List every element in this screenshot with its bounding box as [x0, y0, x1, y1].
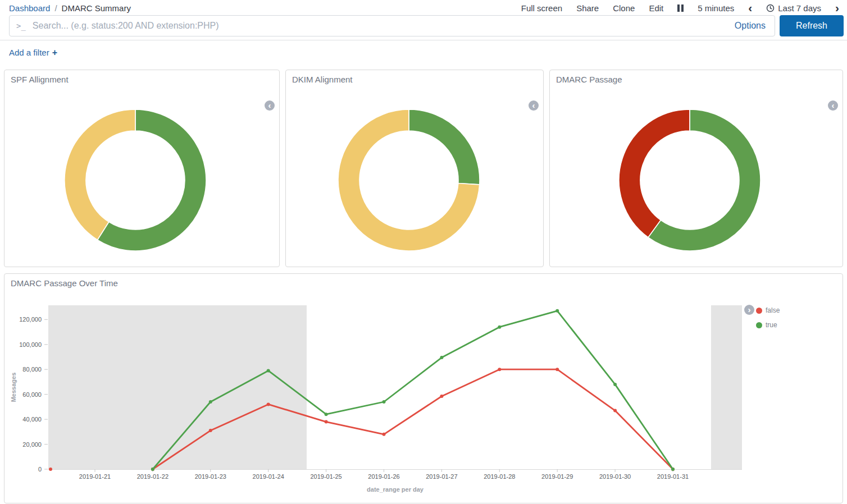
panel-dkim-alignment: DKIM Alignment ‹: [285, 70, 544, 267]
breadcrumb-separator: /: [54, 3, 57, 13]
filter-bar: Add a filter+: [9, 48, 57, 58]
legend-item-false[interactable]: false: [756, 306, 780, 314]
legend-label-false: false: [766, 306, 780, 314]
plus-icon: +: [52, 48, 57, 57]
panel-spf-alignment: SPF Allignment ‹: [4, 70, 280, 267]
breadcrumb-dashboard-link[interactable]: Dashboard: [9, 3, 50, 13]
time-range-label: Last 7 days: [778, 3, 821, 13]
time-next-chevron-icon[interactable]: ›: [835, 4, 839, 12]
pause-refresh-icon[interactable]: [677, 4, 684, 12]
menu-clone[interactable]: Clone: [613, 3, 635, 13]
legend-dot-false: [756, 308, 762, 314]
clock-icon: [766, 4, 775, 12]
top-navbar: Dashboard / DMARC Summary Full screen Sh…: [0, 0, 847, 15]
svg-text:date_range per day: date_range per day: [367, 486, 424, 493]
legend-toggle-icon[interactable]: ‹: [828, 100, 838, 111]
time-picker[interactable]: Last 7 days: [766, 3, 821, 13]
legend-dot-true: [756, 322, 762, 328]
svg-text:2019-01-23: 2019-01-23: [195, 473, 226, 480]
refresh-button[interactable]: Refresh: [780, 15, 844, 36]
menu-share[interactable]: Share: [576, 3, 599, 13]
legend-item-true[interactable]: true: [756, 321, 777, 329]
svg-text:Messages: Messages: [10, 373, 17, 402]
svg-text:2019-01-26: 2019-01-26: [368, 473, 399, 480]
legend-expand-icon[interactable]: ›: [744, 305, 754, 315]
panel-title: DMARC Passage: [556, 75, 622, 84]
svg-text:2019-01-22: 2019-01-22: [137, 473, 169, 480]
page-title: DMARC Summary: [62, 3, 131, 13]
spf-donut-chart[interactable]: [64, 109, 207, 251]
svg-text:0: 0: [38, 466, 42, 473]
time-prev-chevron-icon[interactable]: ‹: [748, 4, 752, 12]
svg-text:2019-01-31: 2019-01-31: [657, 473, 689, 480]
header-divider: [0, 40, 847, 40]
breadcrumb: Dashboard / DMARC Summary: [9, 3, 131, 13]
svg-text:2019-01-21: 2019-01-21: [79, 473, 111, 480]
svg-text:2019-01-29: 2019-01-29: [541, 473, 573, 480]
svg-text:20,000: 20,000: [22, 441, 42, 448]
query-bar: >_ Options Refresh: [9, 15, 844, 36]
dmarc-donut-chart[interactable]: [618, 109, 761, 251]
search-input[interactable]: [31, 15, 726, 36]
panel-title: SPF Allignment: [11, 75, 69, 84]
legend-toggle-icon[interactable]: ‹: [265, 100, 275, 111]
svg-text:100,000: 100,000: [19, 341, 42, 348]
dkim-donut-chart[interactable]: [338, 109, 480, 251]
svg-text:60,000: 60,000: [22, 391, 42, 398]
options-link[interactable]: Options: [726, 21, 775, 31]
search-box: >_ Options: [9, 15, 775, 36]
menu-edit[interactable]: Edit: [649, 3, 663, 13]
menu-full-screen[interactable]: Full screen: [521, 3, 562, 13]
panel-dmarc-passage: DMARC Passage ‹: [549, 70, 843, 267]
svg-text:2019-01-24: 2019-01-24: [253, 473, 284, 480]
panel-title: DKIM Alignment: [292, 75, 353, 84]
svg-text:40,000: 40,000: [22, 416, 42, 423]
svg-text:80,000: 80,000: [22, 366, 42, 373]
dashboard-menu: Full screen Share Clone Edit 5 minutes ‹…: [521, 3, 839, 13]
time-series-chart[interactable]: 2019-01-212019-01-222019-01-232019-01-24…: [4, 274, 843, 503]
add-filter-link[interactable]: Add a filter+: [9, 48, 57, 57]
legend-toggle-icon[interactable]: ‹: [529, 100, 539, 111]
refresh-interval-label[interactable]: 5 minutes: [698, 3, 734, 13]
legend-label-true: true: [766, 321, 777, 329]
panel-dmarc-over-time: DMARC Passage Over Time 2019-01-212019-0…: [4, 273, 843, 503]
add-filter-label: Add a filter: [9, 48, 49, 57]
svg-text:2019-01-27: 2019-01-27: [426, 473, 457, 480]
svg-text:2019-01-30: 2019-01-30: [599, 473, 631, 480]
query-prompt-icon: >_: [10, 21, 31, 30]
svg-text:120,000: 120,000: [19, 316, 42, 323]
svg-text:2019-01-25: 2019-01-25: [310, 473, 341, 480]
svg-text:2019-01-28: 2019-01-28: [484, 473, 515, 480]
